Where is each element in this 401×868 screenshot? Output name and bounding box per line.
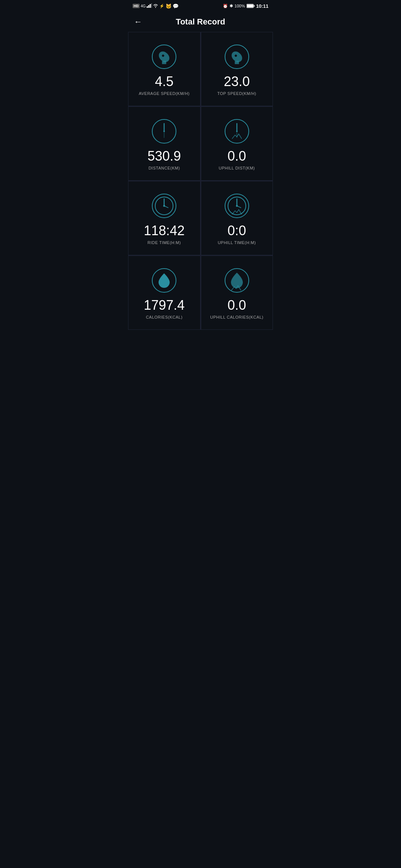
uphill-calories-value: 0.0 bbox=[228, 298, 246, 313]
stat-top-speed: 23.0 TOP SPEED(km/h) bbox=[201, 32, 273, 106]
bluetooth-icon: ✱ bbox=[229, 3, 233, 9]
stat-ride-time: 118:42 RIDE TIME(h:m) bbox=[128, 181, 200, 255]
stat-uphill-time: 0:0 UPHILL TIME(h:m) bbox=[201, 181, 273, 255]
compass-icon-uphill-dist bbox=[224, 118, 250, 144]
svg-rect-2 bbox=[150, 4, 151, 8]
distance-value: 530.9 bbox=[147, 149, 181, 164]
battery-percent: 100% bbox=[235, 4, 245, 8]
status-right-icons: ⏰ ✱ 100% 10:11 bbox=[223, 3, 268, 9]
stat-avg-speed: 4.5 AVERAGE SPEED(km/h) bbox=[128, 32, 200, 106]
distance-label: DISTANCE(km) bbox=[149, 166, 180, 170]
alarm-icon: ⏰ bbox=[223, 4, 228, 9]
time-display: 10:11 bbox=[256, 3, 268, 9]
drop-icon-uphill-cal bbox=[224, 267, 250, 293]
message-icon: 💬 bbox=[173, 3, 179, 9]
status-left-icons: HD 4G ⚡ 🐱 💬 bbox=[133, 3, 179, 9]
avg-speed-value: 4.5 bbox=[155, 74, 173, 89]
hd-badge: HD bbox=[133, 4, 140, 8]
uphill-calories-label: UPHILL CALORIES(Kcal) bbox=[210, 315, 263, 319]
calories-value: 1797.4 bbox=[144, 298, 185, 313]
cat-icon: 🐱 bbox=[166, 3, 172, 9]
svg-rect-3 bbox=[151, 3, 152, 8]
clock-icon-ride bbox=[151, 193, 177, 219]
svg-rect-0 bbox=[147, 6, 148, 8]
compass-icon-dist bbox=[151, 118, 177, 144]
battery-icon bbox=[247, 4, 255, 8]
stat-distance: 530.9 DISTANCE(km) bbox=[128, 106, 200, 181]
stat-calories: 1797.4 CALORIES(Kcal) bbox=[128, 256, 200, 330]
signal-4g: 4G bbox=[141, 4, 146, 8]
svg-rect-1 bbox=[148, 5, 149, 8]
rocket-icon-top bbox=[224, 44, 250, 70]
stat-uphill-dist: 0.0 UPHILL DIST(km) bbox=[201, 106, 273, 181]
uphill-dist-value: 0.0 bbox=[228, 149, 246, 164]
svg-rect-5 bbox=[254, 5, 254, 7]
svg-point-28 bbox=[236, 205, 238, 207]
stat-uphill-calories: 0.0 UPHILL CALORIES(Kcal) bbox=[201, 256, 273, 330]
clock-icon-uphill-time bbox=[224, 193, 250, 219]
ride-time-value: 118:42 bbox=[144, 223, 185, 238]
bottom-area bbox=[128, 330, 273, 478]
status-bar: HD 4G ⚡ 🐱 💬 ⏰ ✱ 100% bbox=[128, 0, 273, 12]
rocket-icon-avg bbox=[151, 44, 177, 70]
signal-bars bbox=[147, 3, 152, 9]
header: ← Total Record bbox=[128, 12, 273, 32]
stats-grid: 4.5 AVERAGE SPEED(km/h) 23.0 TOP SPEED(k… bbox=[128, 32, 273, 330]
avg-speed-label: AVERAGE SPEED(km/h) bbox=[139, 91, 190, 96]
back-button[interactable]: ← bbox=[134, 17, 142, 27]
usb-icon: ⚡ bbox=[159, 4, 164, 9]
top-speed-label: TOP SPEED(km/h) bbox=[217, 91, 256, 96]
wifi-icon bbox=[153, 4, 158, 9]
svg-point-23 bbox=[163, 205, 165, 207]
svg-rect-6 bbox=[247, 4, 253, 7]
uphill-time-label: UPHILL TIME(h:m) bbox=[218, 240, 256, 245]
drop-icon-calories bbox=[151, 267, 177, 293]
uphill-dist-label: UPHILL DIST(km) bbox=[219, 166, 255, 170]
page-title: Total Record bbox=[134, 17, 267, 27]
ride-time-label: RIDE TIME(h:m) bbox=[147, 240, 181, 245]
uphill-time-value: 0:0 bbox=[228, 223, 246, 238]
top-speed-value: 23.0 bbox=[224, 74, 250, 89]
calories-label: CALORIES(Kcal) bbox=[146, 315, 183, 319]
